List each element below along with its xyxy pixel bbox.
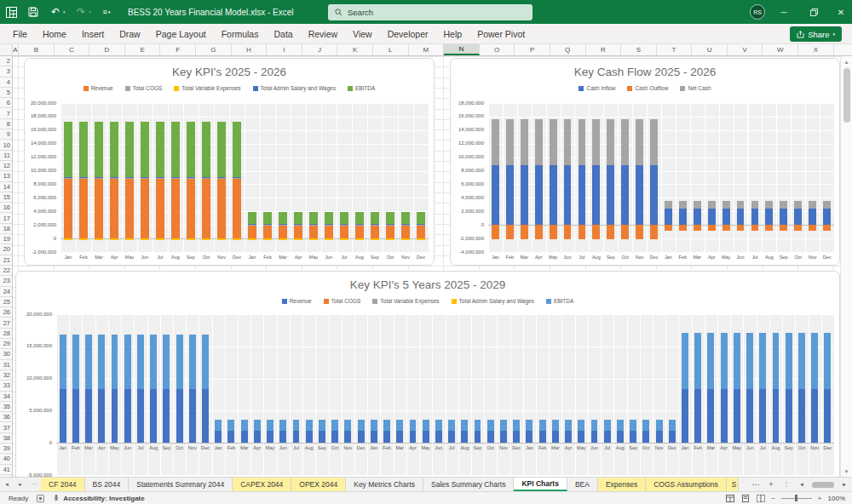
ribbon-tab-help[interactable]: Help [436,24,470,44]
undo-dropdown-icon[interactable]: ▾ [63,9,70,14]
column-header-u[interactable]: U [692,44,728,55]
row-header-40[interactable]: 40 [0,454,12,464]
zoom-out-icon[interactable]: − [771,495,775,502]
share-button[interactable]: Share ▾ [790,26,842,42]
column-header-h[interactable]: H [232,44,268,55]
chart-key-kpis-2025-2026[interactable]: Key KPI's 2025 - 2026 RevenueTotal COGST… [24,58,435,266]
row-header-32[interactable]: 32 [0,370,12,381]
column-header-g[interactable]: G [196,44,232,55]
column-header-v[interactable]: V [728,44,763,55]
ribbon-tab-power-pivot[interactable]: Power Pivot [469,24,532,44]
row-header-18[interactable]: 18 [0,224,12,234]
row-header-4[interactable]: 4 [0,77,12,88]
accessibility-status[interactable]: Accessibility: Investigate [53,495,145,502]
row-header-19[interactable]: 19 [0,234,12,244]
row-header-11[interactable]: 11 [0,151,12,161]
vertical-scrollbar-thumb[interactable] [843,68,850,123]
ribbon-tab-developer[interactable]: Developer [380,24,436,44]
column-header-l[interactable]: L [373,44,409,55]
row-header-9[interactable]: 9 [0,129,12,140]
macro-record-icon[interactable] [37,495,44,502]
row-header-17[interactable]: 17 [0,213,12,223]
column-header-o[interactable]: O [480,44,515,55]
column-header-k[interactable]: K [337,44,373,55]
hscroll-right-icon[interactable]: ▸ [837,481,852,488]
row-header-23[interactable]: 23 [0,276,12,286]
row-header-33[interactable]: 33 [0,381,12,391]
sheet-tab-sales-summary-charts[interactable]: Sales Summary Charts [423,478,514,491]
row-header-29[interactable]: 29 [0,339,12,349]
column-header-d[interactable]: D [89,44,125,55]
scroll-down-icon[interactable]: ▼ [841,466,852,477]
row-header-28[interactable]: 28 [0,329,12,339]
chart-key-kpis-5-years-2025-2029[interactable]: Key KPI's 5 Years 2025 - 2029 RevenueTot… [15,271,840,477]
tab-splitter-icon[interactable]: ⋮ [779,481,794,488]
row-header-14[interactable]: 14 [0,182,12,192]
row-header-35[interactable]: 35 [0,402,12,412]
ribbon-tab-insert[interactable]: Insert [74,24,112,44]
row-header-30[interactable]: 30 [0,349,12,359]
row-header-7[interactable]: 7 [0,108,12,118]
column-header-j[interactable]: J [302,44,338,55]
excel-logo-icon[interactable] [0,0,22,24]
page-break-view-icon[interactable] [756,494,765,502]
column-header-r[interactable]: R [586,44,622,55]
row-header-12[interactable]: 12 [0,161,12,171]
column-header-x[interactable]: X [798,44,834,55]
page-layout-view-icon[interactable] [740,494,750,502]
close-button[interactable]: ✕ [828,0,852,24]
row-header-36[interactable]: 36 [0,412,12,422]
ribbon-tab-data[interactable]: Data [266,24,300,44]
sheet-nav-more-icon[interactable]: ⋯ [27,478,41,491]
row-header-8[interactable]: 8 [0,119,12,129]
scroll-up-icon[interactable]: ▲ [841,56,852,67]
column-header-s[interactable]: S [621,44,657,55]
column-header-n[interactable]: N [444,44,480,55]
row-header-34[interactable]: 34 [0,392,12,402]
row-header-15[interactable]: 15 [0,192,12,203]
normal-view-icon[interactable] [725,494,734,502]
row-header-24[interactable]: 24 [0,287,12,297]
row-header-22[interactable]: 22 [0,266,12,276]
column-header-i[interactable]: I [267,44,302,55]
sheet-tab-opex-2044[interactable]: OPEX 2044 [291,478,346,491]
ribbon-tab-review[interactable]: Review [301,24,345,44]
restore-button[interactable] [801,0,826,24]
sheet-tab-s[interactable]: S [727,478,739,491]
ribbon-tab-view[interactable]: View [345,24,380,44]
sheet-tab-capex-2044[interactable]: CAPEX 2044 [233,478,291,491]
sheet-tab-cf-2044[interactable]: CF 2044 [41,478,85,491]
column-header-e[interactable]: E [125,44,161,55]
minimize-button[interactable]: ─ [771,0,797,24]
sheet-nav-right-icon[interactable]: ▸ [14,478,27,491]
ribbon-tab-draw[interactable]: Draw [112,24,148,44]
row-header-25[interactable]: 25 [0,297,12,307]
horizontal-scrollbar-thumb[interactable] [812,482,834,488]
row-header-20[interactable]: 20 [0,244,12,255]
column-header-t[interactable]: T [657,44,693,55]
row-header-26[interactable]: 26 [0,307,12,318]
column-header-b[interactable]: B [19,44,55,55]
row-header-16[interactable]: 16 [0,203,12,213]
quick-access-toolbar-icon[interactable]: ≡▾ [95,0,118,24]
sheet-tab-key-metrics-charts[interactable]: Key Metrics Charts [346,478,423,491]
row-header-31[interactable]: 31 [0,360,12,370]
sheet-nav-left-icon[interactable]: ◂ [0,478,14,491]
ribbon-tab-formulas[interactable]: Formulas [214,24,267,44]
vertical-scrollbar[interactable]: ▲ ▼ [840,56,852,477]
row-header-10[interactable]: 10 [0,140,12,150]
zoom-slider-thumb[interactable] [795,495,797,501]
sheet-tab-kpi-charts[interactable]: KPI Charts [514,478,567,491]
sheet-tab-bs-2044[interactable]: BS 2044 [85,478,130,491]
hscroll-left-icon[interactable]: ◂ [794,481,809,488]
row-header-38[interactable]: 38 [0,433,12,444]
row-header-2[interactable]: 2 [0,56,12,66]
chart-key-cash-flow-2025-2026[interactable]: Key Cash Flow 2025 - 2026 Cash InflowCas… [450,58,840,266]
row-header-41[interactable]: 41 [0,465,12,475]
row-header-6[interactable]: 6 [0,98,12,108]
row-header-3[interactable]: 3 [0,66,12,77]
zoom-slider[interactable] [781,498,812,499]
column-header-p[interactable]: P [515,44,550,55]
all-sheets-icon[interactable]: ⋯ [748,480,763,489]
new-sheet-button[interactable]: + [763,480,779,489]
